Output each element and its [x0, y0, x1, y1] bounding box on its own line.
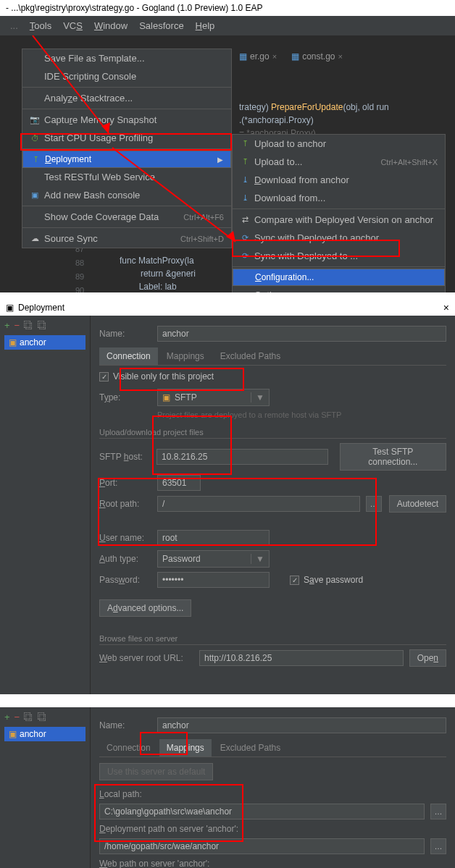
menu-download-from[interactable]: ⤓Download from... [233, 189, 445, 207]
auth-select[interactable]: Password▼ [157, 550, 270, 568]
download-icon: ⤓ [240, 193, 250, 203]
tab-connection[interactable]: Connection [99, 739, 158, 757]
port-input[interactable] [157, 475, 201, 491]
menu-vcs[interactable]: VCS [59, 19, 87, 33]
tab-excluded[interactable]: Excluded Paths [213, 739, 288, 757]
add-server-button[interactable]: + [4, 712, 10, 722]
name-label: Name: [99, 720, 151, 730]
menu-sync-to[interactable]: ⟳Sync with Deployed to ... [233, 247, 445, 265]
menu-sync-anchor[interactable]: ⟳Sync with Deployed to anchor... [233, 229, 445, 247]
tab-er-go[interactable]: ▦er.go× [239, 51, 277, 62]
add-server-button[interactable]: + [4, 320, 10, 331]
compare-icon: ⇄ [240, 215, 250, 225]
password-input[interactable] [157, 572, 270, 588]
menu-coverage[interactable]: Show Code Coverage DataCtrl+Alt+F6 [22, 208, 231, 226]
deploy-path-label: Deployment path on server 'anchor': [99, 824, 446, 834]
remove-server-button[interactable]: − [14, 712, 20, 722]
menu-bash[interactable]: ▣Add new Bash console [22, 186, 231, 204]
copy-icon[interactable]: ⿻ [24, 320, 33, 331]
browse-button[interactable]: … [366, 496, 382, 512]
section-browse: Browse files on server [99, 634, 446, 645]
terminal-icon: ▣ [30, 190, 40, 201]
copy-icon[interactable]: ⿻ [24, 712, 33, 722]
deploy-path-input[interactable] [99, 838, 425, 854]
browse-button[interactable]: … [430, 804, 446, 819]
chevron-right-icon: ▶ [217, 156, 223, 164]
menu-compare-deployed[interactable]: ⇄Compare with Deployed Version on anchor [233, 211, 445, 229]
tab-const-go[interactable]: ▦const.go× [291, 51, 343, 62]
camera-icon: 📷 [30, 115, 40, 125]
tab-excluded[interactable]: Excluded Paths [213, 347, 288, 365]
paste-icon[interactable]: ⿻ [38, 320, 47, 331]
server-item-anchor[interactable]: ▣anchor [4, 727, 85, 741]
menu-configuration[interactable]: Configuration... [233, 269, 445, 286]
menu-cpu-profiling[interactable]: ⏱Start CPU Usage Profiling [22, 129, 231, 147]
local-path-input[interactable] [99, 804, 425, 819]
use-default-button[interactable]: Use this server as default [99, 763, 213, 780]
type-label: Type: [99, 392, 151, 403]
name-input[interactable] [157, 326, 446, 342]
user-label: User name: [99, 533, 151, 543]
server-icon: ▣ [9, 337, 17, 347]
menu-capture-memory[interactable]: 📷Capture Memory Snapshot [22, 111, 231, 129]
paste-icon[interactable]: ⿻ [38, 712, 47, 722]
menubar: ... Tools VCS Window Salesforce Help [0, 16, 455, 35]
chevron-down-icon: ▼ [251, 392, 264, 403]
host-input[interactable] [156, 449, 328, 465]
menu-save-template[interactable]: Save File as Template... [22, 49, 231, 67]
type-hint: Project files are deployed to a remote h… [157, 410, 446, 419]
tab-mappings[interactable]: Mappings [159, 347, 212, 365]
autodetect-button[interactable]: Autodetect [389, 495, 446, 513]
browse-button[interactable]: … [430, 838, 446, 854]
close-icon[interactable]: × [443, 302, 449, 313]
section-updown: Upload/download project files [99, 428, 446, 439]
open-button[interactable]: Open [409, 649, 446, 667]
menu-deployment[interactable]: ⤒Deployment▶ [22, 151, 231, 168]
menu-options[interactable]: Options... [233, 286, 445, 292]
root-label: Root path: [99, 499, 151, 509]
type-select[interactable]: ▣SFTP▼ [157, 389, 270, 406]
root-input[interactable] [157, 496, 360, 512]
chevron-down-icon: ▼ [251, 554, 264, 564]
menu-source-sync[interactable]: ☁Source SyncCtrl+Shift+D [22, 229, 231, 248]
menu-upload-anchor[interactable]: ⤒Upload to anchor [233, 135, 445, 153]
upload-icon: ⤒ [240, 157, 250, 167]
name-input[interactable] [157, 717, 446, 733]
weburl-input[interactable] [199, 650, 404, 666]
deployment-submenu: ⤒Upload to anchor ⤒Upload to...Ctrl+Alt+… [232, 134, 446, 292]
save-password-checkbox[interactable]: ✓Save password [290, 575, 363, 585]
menu-restful[interactable]: Test RESTful Web Service [22, 168, 231, 186]
test-connection-button[interactable]: Test SFTP connection... [340, 443, 446, 471]
dialog-title: ▣ Deployment × [0, 300, 455, 316]
name-label: Name: [99, 329, 151, 339]
tools-menu: Save File as Template... IDE Scripting C… [22, 49, 232, 248]
close-icon[interactable]: × [338, 52, 343, 61]
menu-analyze-stacktrace[interactable]: Analyze Stacktrace... [22, 89, 231, 107]
window-title: - ...\pkg\registry\proxy\strategy.go - G… [0, 0, 455, 16]
web-path-label: Web path on server 'anchor': [99, 859, 446, 868]
menu-ide-scripting[interactable]: IDE Scripting Console [22, 67, 231, 85]
weburl-label: Web server root URL: [99, 653, 193, 663]
upload-icon: ⤒ [30, 154, 41, 164]
server-item-anchor[interactable]: ▣anchor [4, 335, 85, 350]
password-label: Password: [99, 575, 151, 585]
menu-help[interactable]: Help [191, 19, 220, 33]
menu-salesforce[interactable]: Salesforce [135, 19, 188, 33]
menu-window[interactable]: Window [90, 19, 132, 33]
server-icon: ▣ [9, 729, 17, 739]
menu-download-anchor[interactable]: ⤓Download from anchor [233, 171, 445, 189]
menu-upload-to[interactable]: ⤒Upload to...Ctrl+Alt+Shift+X [233, 153, 445, 171]
profiler-icon: ⏱ [30, 133, 40, 143]
remove-server-button[interactable]: − [14, 320, 20, 331]
close-icon[interactable]: × [272, 52, 277, 61]
local-path-label: Local path: [99, 789, 446, 799]
user-input[interactable] [157, 530, 270, 546]
tab-connection[interactable]: Connection [99, 347, 158, 365]
download-icon: ⤓ [240, 175, 250, 185]
menu-tools[interactable]: Tools [25, 19, 56, 33]
upload-icon: ⤒ [240, 139, 250, 149]
port-label: Port: [99, 478, 151, 488]
advanced-options-button[interactable]: Advanced options... [99, 599, 191, 617]
visible-only-checkbox[interactable]: ✓Visible only for this project [99, 371, 446, 382]
tab-mappings[interactable]: Mappings [159, 739, 212, 757]
